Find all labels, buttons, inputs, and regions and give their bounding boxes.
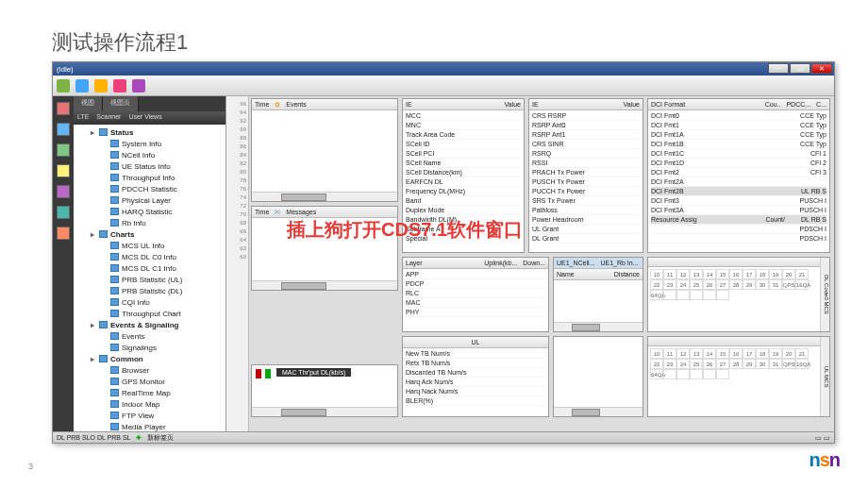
tree[interactable]: ▸StatusSystem InfoNCell InfoUE Status In…: [74, 125, 225, 431]
bottom-tabs[interactable]: DL PRB SLO DL PRB SL: [57, 434, 130, 441]
tree-node[interactable]: ▸Charts: [75, 228, 224, 240]
tree-node[interactable]: ▸Common: [75, 353, 224, 364]
tree-node[interactable]: RealTime Map: [75, 387, 224, 398]
data-row: DCI Fmt2BUL RB S: [651, 187, 826, 196]
tree-node[interactable]: PRB Statistic (UL): [75, 274, 224, 285]
tree-node[interactable]: PDCCH Statistic: [75, 183, 224, 194]
tree-node[interactable]: Signalings: [75, 342, 224, 353]
tree-node[interactable]: NCell Info: [75, 149, 224, 160]
tree-node[interactable]: MCS UL Info: [75, 240, 224, 251]
grid-cell: 18: [756, 269, 769, 279]
data-row: UL Grant: [532, 225, 640, 234]
tab-ncell[interactable]: UE1_NCell...: [557, 260, 594, 266]
grid-cell: QPS: [782, 359, 795, 369]
grid-cell: 22: [650, 359, 663, 369]
grid-cell: 28: [729, 359, 743, 369]
toolbar-icon[interactable]: [113, 79, 126, 93]
tree-node[interactable]: ▸Events & Signaling: [75, 319, 224, 330]
tree-sub-userviews[interactable]: User Views: [128, 113, 161, 123]
grid-cell: 26: [703, 359, 716, 369]
tree-node[interactable]: Indoor Map: [75, 398, 224, 410]
tree-node[interactable]: CQI Info: [75, 296, 224, 308]
tree-node[interactable]: Browser: [75, 364, 224, 376]
toolbar-icon[interactable]: [57, 79, 70, 93]
tree-tab-viewpage[interactable]: 视图页: [103, 96, 139, 111]
grid-cell: 13: [690, 269, 703, 279]
sidebar-icon[interactable]: [57, 206, 70, 219]
grid-cell: 24: [676, 279, 690, 290]
data-row: DCI Fmt3APUSCH I: [651, 206, 826, 215]
grid-cell: [716, 290, 729, 300]
toolbar-icon[interactable]: [94, 79, 108, 93]
dci-panel: DCI Format Cou.. PDCC... C... DCI Fmt0CC…: [647, 98, 830, 253]
data-row: PHY: [406, 308, 545, 317]
sidebar-icon[interactable]: [57, 123, 70, 136]
tree-node[interactable]: MCS DL C0 Info: [75, 251, 224, 262]
tree-sub-scanner[interactable]: Scanner: [96, 113, 121, 123]
data-row: Track Area Code: [406, 130, 521, 140]
grid-cell: 11: [663, 269, 676, 279]
tree-node[interactable]: Events: [75, 330, 224, 342]
grid-cell: 12: [676, 269, 690, 279]
data-row: Band: [406, 196, 521, 206]
scrollbar[interactable]: [554, 322, 643, 331]
col-down: Down...: [523, 260, 545, 266]
tree-node[interactable]: PRB Statistic (DL): [75, 285, 224, 296]
tree-sub-lte[interactable]: LTE: [77, 113, 89, 123]
grid-cell: [663, 369, 676, 379]
col-value: Value: [624, 101, 640, 108]
sidebar-icon[interactable]: [57, 143, 70, 157]
scrollbar[interactable]: [252, 280, 397, 290]
data-row: PUCCH Tx Power: [532, 187, 640, 196]
new-tab[interactable]: 新标签页: [147, 433, 174, 443]
scrollbar[interactable]: [554, 407, 643, 416]
events-panel: Time✿Events: [251, 98, 398, 202]
data-row: PRACH Tx Power: [532, 168, 640, 177]
grid-cell: 27: [716, 359, 729, 369]
tree-node[interactable]: GPS Monitor: [75, 376, 224, 387]
data-row: Harq Nack Num/s: [406, 387, 545, 396]
data-row: SRS Tx Power: [532, 196, 640, 206]
grid-cell: 15: [716, 269, 729, 279]
tree-node[interactable]: MCS DL C1 Info: [75, 262, 224, 274]
close-button[interactable]: ✕: [811, 63, 832, 74]
grid-cell: 31: [769, 359, 782, 369]
ul-panel: UL New TB Num/sRetx TB Num/sDiscarded TB…: [402, 336, 549, 417]
tree-node[interactable]: Throughput Chart: [75, 308, 224, 319]
tab-rbin[interactable]: UE1_Rb In...: [600, 260, 638, 266]
tree-node[interactable]: Physical Layer: [75, 194, 224, 206]
sidebar-icon[interactable]: [57, 102, 70, 115]
mcs-ul-grid: UL MCS 101112131415161718192021222324252…: [647, 336, 830, 417]
grid-cell: 29: [743, 279, 756, 290]
data-row: Retx TB Num/s: [406, 359, 545, 368]
tree-node[interactable]: FTP View: [75, 410, 224, 421]
data-row: CRS SINR: [532, 140, 640, 149]
data-row: CRS RSRP: [532, 111, 640, 121]
tree-node[interactable]: UE Status Info: [75, 160, 224, 172]
data-row: BLER(%): [406, 396, 545, 406]
data-row: DCI Fmt1CCE Typ: [651, 121, 826, 130]
sidebar-icon[interactable]: [57, 185, 70, 198]
tree-node[interactable]: Rb Info: [75, 217, 224, 228]
window-title: (idle): [57, 65, 74, 74]
grid-cell: QPS: [782, 279, 795, 290]
scrollbar[interactable]: [252, 192, 397, 201]
tree-node[interactable]: HARQ Statistic: [75, 206, 224, 217]
tree-node[interactable]: ▸Status: [75, 126, 224, 138]
tree-tab-view[interactable]: 视图: [74, 96, 103, 111]
tree-node[interactable]: Throughput Info: [75, 172, 224, 183]
data-row: Power Headroom: [532, 215, 640, 225]
minimize-button[interactable]: ─: [768, 63, 789, 74]
sidebar-icon[interactable]: [57, 164, 70, 177]
tree-node[interactable]: System Info: [75, 138, 224, 149]
sidebar-icon[interactable]: [57, 227, 70, 240]
grid-cell: 22: [650, 279, 663, 290]
toolbar-icon[interactable]: [132, 79, 145, 93]
tree-node[interactable]: Media Player: [75, 421, 224, 431]
maximize-button[interactable]: ▭: [790, 63, 810, 74]
col-time: Time: [255, 209, 269, 215]
scrollbar[interactable]: [252, 407, 397, 416]
grid-cell: 20: [782, 348, 795, 359]
col-uplink: Uplink(kb...: [484, 260, 517, 266]
toolbar-icon[interactable]: [75, 79, 89, 93]
